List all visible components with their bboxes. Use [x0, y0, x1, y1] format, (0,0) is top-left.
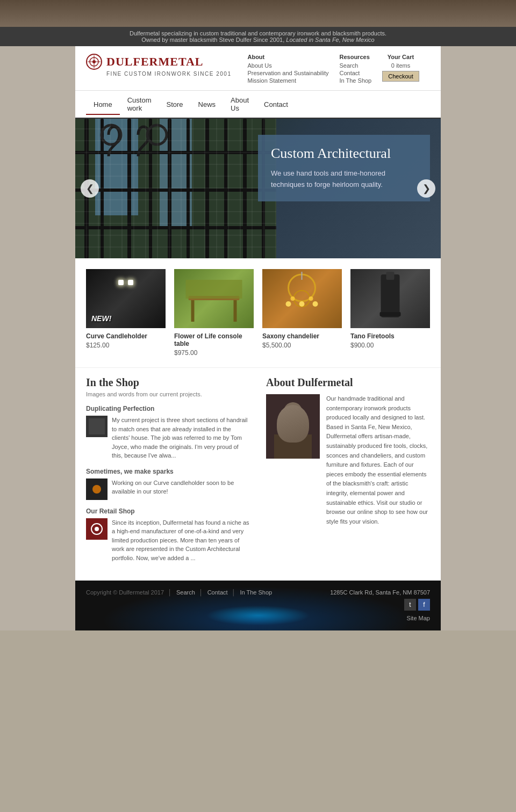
product-price-1: $975.00: [174, 349, 254, 357]
svg-rect-14: [205, 119, 209, 258]
product-image-1: [174, 269, 254, 328]
lower-content: In the Shop Images and words from our cu…: [75, 367, 441, 581]
product-name-2: Saxony chandelier: [262, 332, 342, 340]
footer-right: 1285C Clark Rd, Santa Fe, NM 87507 t f S…: [330, 589, 430, 622]
cart-col: Your Cart 0 items Checkout: [382, 54, 419, 85]
blog-thumb-0: [86, 416, 108, 437]
nav-contact[interactable]: Contact: [256, 95, 296, 114]
product-card-1[interactable]: Flower of Life console table $975.00: [174, 269, 254, 357]
social-icons: t f: [330, 599, 430, 611]
svg-rect-37: [380, 312, 401, 316]
svg-rect-47: [274, 434, 312, 459]
blog-thumb-1: [86, 479, 108, 500]
svg-point-30: [286, 301, 291, 307]
footer-copyright: Copyright © Dulfermetal 2017: [86, 589, 164, 596]
product-name-0: Curve Candleholder: [86, 332, 166, 340]
footer-address: 1285C Clark Rd, Santa Fe, NM 87507: [330, 589, 430, 596]
logo-text: DULFERMETAL: [106, 55, 204, 69]
about-col: About About Us Preservation and Sustaina…: [247, 54, 328, 85]
facebook-icon[interactable]: f: [418, 599, 430, 611]
banner-line2: Owned by master blacksmith Steve Dulfer …: [5, 37, 511, 43]
product-name-3: Tano Firetools: [350, 332, 430, 340]
blog-post-title-1[interactable]: Sometimes, we make sparks: [86, 468, 250, 475]
footer-contact-link[interactable]: Contact: [207, 589, 228, 596]
nav-news[interactable]: News: [191, 95, 224, 114]
logo-tagline: FINE CUSTOM IRONWORK SINCE 2001: [86, 71, 231, 77]
blog-post-title-2[interactable]: Our Retail Shop: [86, 508, 250, 515]
about-title: About: [247, 54, 328, 60]
cart-items: 0 items: [382, 62, 419, 69]
svg-rect-11: [149, 119, 152, 258]
nav-home[interactable]: Home: [86, 95, 120, 115]
svg-rect-20: [75, 226, 276, 229]
site-map-link[interactable]: Site Map: [407, 615, 430, 621]
slider-prev-button[interactable]: ❮: [81, 179, 99, 198]
about-section: About Dulfermetal Our handmade tradition…: [266, 376, 430, 570]
checkout-button[interactable]: Checkout: [382, 71, 419, 82]
svg-point-31: [299, 301, 305, 307]
blog-post-1: Sometimes, we make sparks Working on our…: [86, 468, 250, 500]
svg-rect-16: [243, 119, 247, 258]
about-link-3[interactable]: Mission Statement: [247, 77, 328, 84]
footer-shop-link[interactable]: In The Shop: [240, 589, 272, 596]
resources-link-1[interactable]: Search: [340, 62, 372, 69]
svg-rect-26: [186, 280, 242, 299]
svg-rect-18: [75, 151, 276, 154]
about-link-1[interactable]: About Us: [247, 62, 328, 69]
svg-rect-9: [101, 119, 104, 258]
products-section: NEW! Curve Candleholder $125.00 Flower o…: [75, 258, 441, 367]
about-title: About Dulfermetal: [266, 376, 430, 389]
svg-rect-10: [127, 119, 131, 258]
hero-title: Custom Architectural: [271, 146, 417, 162]
about-text: Our handmade traditional and contemporar…: [326, 394, 430, 526]
product-image-0: NEW!: [86, 269, 166, 328]
blog-post-title-0[interactable]: Duplicating Perfection: [86, 405, 250, 412]
svg-point-46: [283, 402, 303, 424]
nav-about[interactable]: AboutUs: [223, 91, 256, 118]
about-photo: [266, 394, 320, 459]
shop-section: In the Shop Images and words from our cu…: [86, 376, 250, 570]
resources-col: Resources Search Contact In The Shop: [340, 54, 372, 85]
gate-pattern: [75, 119, 276, 258]
about-link-2[interactable]: Preservation and Sustainability: [247, 70, 328, 76]
slider-next-button[interactable]: ❯: [417, 179, 435, 198]
product-card-0[interactable]: NEW! Curve Candleholder $125.00: [86, 269, 166, 357]
svg-rect-35: [381, 274, 400, 317]
product-price-3: $900.00: [350, 342, 430, 349]
footer-links: Copyright © Dulfermetal 2017 │ Search │ …: [86, 589, 272, 596]
svg-point-32: [313, 301, 318, 307]
top-banner: Dulfermetal specializing in custom tradi…: [0, 27, 516, 46]
hero-subtitle: We use hand tools and time-honored techn…: [271, 168, 417, 191]
resources-link-3[interactable]: In The Shop: [340, 77, 372, 84]
blog-text-0: My current project is three short sectio…: [112, 416, 250, 460]
svg-rect-25: [234, 300, 237, 322]
svg-point-33: [291, 296, 295, 301]
product-card-3[interactable]: Tano Firetools $900.00: [350, 269, 430, 357]
product-card-2[interactable]: Saxony chandelier $5,500.00: [262, 269, 342, 357]
svg-point-22: [147, 125, 167, 144]
svg-point-34: [309, 296, 313, 301]
banner-line1: Dulfermetal specializing in custom tradi…: [5, 30, 511, 37]
svg-point-44: [95, 527, 99, 531]
shop-subtitle: Images and words from our current projec…: [86, 391, 250, 397]
svg-rect-19: [75, 189, 276, 192]
product-image-3: [350, 269, 430, 328]
logo-icon: [86, 54, 102, 70]
product-price-2: $5,500.00: [262, 342, 342, 349]
blog-text-2: Since its inception, Dulfermetal has fou…: [112, 518, 250, 563]
nav-custom-work[interactable]: Customwork: [120, 91, 159, 118]
svg-rect-39: [89, 418, 105, 434]
resources-link-2[interactable]: Contact: [340, 70, 372, 76]
main-nav: Home Customwork Store News AboutUs Conta…: [75, 91, 441, 119]
blog-text-1: Working on our Curve candleholder soon t…: [112, 479, 250, 496]
twitter-icon[interactable]: t: [404, 599, 416, 611]
product-name-1: Flower of Life console table: [174, 332, 254, 347]
nav-store[interactable]: Store: [159, 95, 190, 114]
footer-search-link[interactable]: Search: [176, 589, 195, 596]
logo-area: DULFERMETAL FINE CUSTOM IRONWORK SINCE 2…: [86, 54, 231, 77]
blog-thumb-2: [86, 518, 108, 540]
blog-post-2: Our Retail Shop Since its inception, Dul…: [86, 508, 250, 563]
shop-title: In the Shop: [86, 376, 250, 389]
svg-rect-36: [386, 272, 395, 280]
svg-rect-5: [75, 119, 276, 258]
